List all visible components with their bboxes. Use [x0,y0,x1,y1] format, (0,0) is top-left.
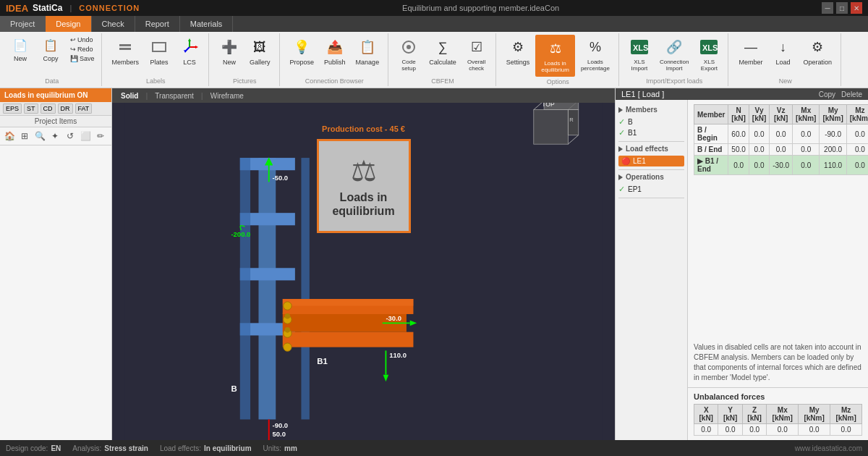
cell-b1-end-n[interactable]: 0.0 [728,156,749,175]
publish-button[interactable]: 📤 Publish [320,35,350,68]
propose-button[interactable]: 💡 Propose [286,35,319,68]
maximize-button[interactable]: □ [836,2,848,14]
manage-button[interactable]: 📋 Manage [352,35,384,68]
app-name: StatiCa [33,3,62,13]
cell-b-end-n[interactable]: 50.0 [728,144,749,156]
zoom-fit-icon[interactable]: ⊞ [18,130,31,143]
cell-b-end-vz[interactable]: 0.0 [770,144,793,156]
fps-btn-eps[interactable]: EPS [3,104,22,114]
fps-btn-cd[interactable]: CD [41,104,56,114]
draw-icon[interactable]: ✏ [94,130,107,143]
gallery-button[interactable]: 🖼 Gallery [245,35,275,68]
minimize-button[interactable]: ─ [822,2,833,14]
new-picture-button[interactable]: ➕ New [215,35,244,68]
cell-b1-end-mx[interactable]: 0.0 [793,156,820,175]
new-member-icon: — [741,37,761,57]
menu-tab-report[interactable]: Report [135,16,180,32]
le1-item[interactable]: 🔴 LE1 [618,156,684,166]
new-picture-icon: ➕ [219,37,239,57]
settings-button[interactable]: ⚙ Settings [502,35,535,68]
view-solid-button[interactable]: Solid [115,91,144,101]
table-row-highlighted[interactable]: ▶ B1 / End 0.0 0.0 -30.0 0.0 110.0 0.0 [694,156,869,175]
fps-btn-fat[interactable]: FAT [75,104,93,114]
settings-icon: ⚙ [508,37,528,57]
cell-b1-end-mz[interactable]: 0.0 [846,156,868,175]
new-operation-button[interactable]: ⚙ Operation [799,35,836,68]
operations-expand-icon[interactable] [618,174,623,180]
lcs-button[interactable]: LCS [175,35,204,68]
add-icon[interactable]: ✦ [48,130,61,143]
main-viewport[interactable]: Solid | Transparent | Wireframe [112,88,615,440]
loads-equilibrium-button[interactable]: ⚖ Loads inequilibrium [535,35,575,77]
search-icon[interactable]: 🔍 [33,130,46,143]
fps-btn-st[interactable]: ST [24,104,38,114]
design-code-label: Design code: [6,444,48,452]
view-transparent-button[interactable]: Transparent [149,91,200,101]
view-sep-2: | [201,91,203,100]
code-setup-button[interactable]: Codesetup [394,35,423,74]
loads-percentage-button[interactable]: % Loadspercentage [576,35,614,74]
cell-b-end-vy[interactable]: 0.0 [749,144,769,156]
menu-tab-check[interactable]: Check [92,16,135,32]
xls-import-icon: XLS [629,37,650,57]
loads-equilibrium-toggle[interactable]: Loads in equilibrium ON [0,88,111,102]
connection-import-button[interactable]: 🔗 ConnectionImport [655,35,693,74]
menu-tab-project[interactable]: Project [0,16,46,32]
svg-text:110.0: 110.0 [389,351,407,359]
members-button[interactable]: Members [108,35,144,68]
undo-icon[interactable]: ↺ [64,130,77,143]
ribbon-labels-label: Labels [146,76,166,85]
cell-b1-end-vz[interactable]: -30.0 [770,156,793,175]
plates-button[interactable]: Plates [145,35,174,68]
cell-b-begin-vy[interactable]: 0.0 [749,124,769,144]
row-b-begin-label: B / Begin [694,124,728,144]
delete-load-button[interactable]: Delete [841,90,862,98]
cell-b-begin-n[interactable]: 60.0 [728,124,749,144]
fps-btn-dr[interactable]: DR [58,104,73,114]
menu-tab-design[interactable]: Design [46,16,91,32]
cell-b-begin-mz[interactable]: 0.0 [846,124,868,144]
ub-col-mz: Mz[kNm] [830,405,862,424]
cell-b1-end-my[interactable]: 110.0 [820,156,846,175]
undo-button[interactable]: ↩ Undo [68,35,97,44]
table-row[interactable]: B / Begin 60.0 0.0 0.0 0.0 -90.0 0.0 [694,124,869,144]
svg-rect-22 [301,158,309,419]
new-button[interactable]: 📄 New [7,35,33,64]
menu-tab-materials[interactable]: Materials [180,16,234,32]
svg-point-10 [407,45,411,49]
members-expand-icon[interactable] [618,107,623,113]
new-member-button[interactable]: — Member [734,35,767,68]
xls-export-button[interactable]: XLS XLSExport [694,35,723,74]
new-load-button[interactable]: ↓ Load [768,35,797,68]
save-button[interactable]: 💾 Save [68,54,97,63]
ribbon-group-options: ⚙ Settings ⚖ Loads inequilibrium % Loads… [498,33,619,86]
equilibrium-overlay[interactable]: ⚖ Loads in equilibrium [317,139,411,233]
cell-b1-end-vy[interactable]: 0.0 [749,156,769,175]
svg-text:XLS: XLS [702,43,718,52]
cell-b-end-my[interactable]: 200.0 [820,144,846,156]
table-row[interactable]: B / End 50.0 0.0 0.0 0.0 200.0 0.0 [694,144,869,156]
close-button[interactable]: ✕ [851,2,862,14]
cell-b-end-mz[interactable]: 0.0 [846,144,868,156]
cell-b-begin-vz[interactable]: 0.0 [770,124,793,144]
production-cost: Production cost - 45 € [322,124,405,133]
cell-b-begin-my[interactable]: -90.0 [820,124,846,144]
titlebar: IDEA StatiCa | CONNECTION Equilibrium an… [0,0,868,16]
redo-button[interactable]: ↪ Redo [68,45,97,54]
app-section: CONNECTION [79,4,140,12]
copy-load-button[interactable]: Copy [819,90,835,98]
overall-check-button[interactable]: ☑ Overallcheck [462,35,491,74]
3d-viewport[interactable]: -50.0 -200.0 -30.0 110.0 -90.0 50.0 B [112,103,615,440]
new-operation-icon: ⚙ [807,37,827,57]
home-icon[interactable]: 🏠 [3,130,16,143]
cell-b-begin-mx[interactable]: 0.0 [793,124,820,144]
svg-rect-21 [240,158,250,419]
window-controls[interactable]: ─ □ ✕ [822,2,862,14]
select-icon[interactable]: ⬜ [79,130,92,143]
view-wireframe-button[interactable]: Wireframe [205,91,250,101]
load-effects-expand-icon[interactable] [618,146,623,152]
xls-import-button[interactable]: XLS XLSImport [625,35,654,74]
cell-b-end-mx[interactable]: 0.0 [793,144,820,156]
copy-button[interactable]: 📋 Copy [38,35,64,64]
calculate-button[interactable]: ∑ Calculate [425,35,461,68]
